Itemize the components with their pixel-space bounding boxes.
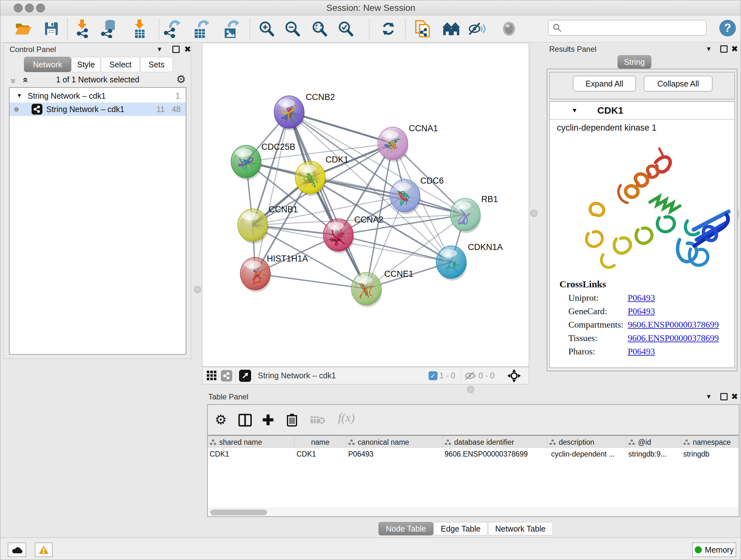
help-button[interactable]: ?	[719, 20, 736, 37]
tab-sets[interactable]: Sets	[140, 57, 173, 72]
table-panel-float-icon[interactable]	[720, 393, 728, 400]
zoom-selected-icon[interactable]	[337, 20, 354, 38]
column-header[interactable]: @id	[626, 436, 681, 449]
open-session-icon[interactable]	[14, 20, 32, 38]
control-panel-close-icon[interactable]: ✖	[184, 45, 191, 53]
table-options-gear-icon[interactable]: ⚙	[215, 413, 227, 427]
node-label-CCNB2: CCNB2	[306, 92, 335, 102]
crosslink-link-compartments[interactable]: 9606.ENSP00000378699	[628, 320, 719, 330]
left-splitter-grip[interactable]	[194, 286, 201, 294]
refresh-icon[interactable]	[380, 20, 397, 38]
memory-button[interactable]: Memory	[692, 543, 736, 557]
detach-view-icon[interactable]	[239, 370, 251, 382]
tab-network[interactable]: Network	[24, 57, 71, 72]
application-window: Session: New Session	[0, 0, 741, 560]
birdseye-navigator-icon[interactable]	[508, 369, 521, 382]
results-panel-close-icon[interactable]: ✖	[731, 45, 738, 53]
zoom-in-icon[interactable]	[258, 20, 275, 38]
column-type-icon	[629, 440, 635, 445]
hidden-counts: 0 - 0	[479, 371, 495, 380]
string-network-graph[interactable]: CCNB2CCNA1CDC25BCDK1CDC6RB1CCNB1CCNA2CDK…	[202, 43, 529, 367]
network-view-toolbar: String Network – cdk1 ✓ 1 - 0 0 - 0	[202, 367, 529, 384]
results-panel-float-icon[interactable]	[720, 45, 728, 53]
network-row-selected[interactable]: String Network – cdk1 11 48	[10, 103, 186, 116]
network-canvas[interactable]: CCNB2CCNA1CDC25BCDK1CDC6RB1CCNB1CCNA2CDK…	[202, 43, 529, 367]
export-network-icon[interactable]	[163, 20, 181, 38]
toolbar-separator	[67, 18, 68, 39]
import-network-icon[interactable]	[73, 20, 91, 38]
delete-columns-icon[interactable]	[286, 413, 298, 427]
table-row[interactable]: CDK1 CDK1 P06493 9606.ENSP00000378699 cy…	[208, 448, 739, 460]
cell-namespace[interactable]: stringdb	[683, 448, 738, 460]
crosslink-link-uniprot[interactable]: P06493	[628, 293, 655, 303]
scrollbar-thumb[interactable]	[210, 509, 267, 515]
cell-canonical-name[interactable]: P06493	[348, 448, 441, 460]
results-panel-menu-icon[interactable]: ▼	[705, 45, 712, 53]
warning-status-button[interactable]	[35, 543, 53, 557]
cell-name[interactable]: CDK1	[296, 448, 344, 460]
show-columns-icon[interactable]	[239, 414, 252, 427]
search-input[interactable]	[548, 20, 707, 36]
gene-section: ▼ CDK1 cyclin-dependent kinase 1	[549, 101, 735, 368]
column-header[interactable]: namespace	[681, 436, 739, 449]
expand-all-button[interactable]: Expand All	[573, 76, 636, 91]
tab-network-table[interactable]: Network Table	[488, 522, 553, 536]
horizontal-splitter-grip[interactable]	[467, 386, 475, 393]
cell-database-identifier[interactable]: 9606.ENSP00000378699	[445, 448, 545, 460]
export-table-icon[interactable]	[192, 20, 210, 38]
crosslink-link-genecard[interactable]: P06493	[628, 306, 655, 316]
tab-string[interactable]: String	[617, 55, 651, 69]
column-header[interactable]: database identifier	[443, 436, 547, 449]
delete-table-icon-disabled	[311, 415, 325, 425]
column-header[interactable]: canonical name	[346, 436, 443, 449]
status-bar: Memory	[0, 537, 741, 560]
network-share-view-icon[interactable]	[221, 370, 232, 381]
clone-network-icon[interactable]	[414, 20, 432, 38]
window-title: Session: New Session	[0, 3, 741, 13]
table-panel-close-icon[interactable]: ✖	[731, 392, 738, 401]
function-builder-icon: f(x)	[338, 411, 355, 425]
gene-header-row[interactable]: ▼ CDK1	[550, 102, 734, 120]
column-header[interactable]: name	[294, 436, 346, 449]
control-panel-float-icon[interactable]	[172, 46, 180, 53]
cloud-status-button[interactable]	[8, 543, 26, 557]
horizontal-scrollbar[interactable]	[208, 508, 739, 516]
control-panel-menu-icon[interactable]: ▼	[156, 46, 163, 53]
hidden-eye-icon[interactable]	[464, 371, 477, 381]
string-network-icon	[31, 104, 43, 115]
import-table-icon[interactable]	[131, 20, 148, 38]
gene-description: cyclin-dependent kinase 1	[557, 123, 657, 133]
cell-shared-name[interactable]: CDK1	[210, 448, 293, 460]
selected-checkbox-icon[interactable]: ✓	[428, 371, 437, 380]
zoom-fit-icon[interactable]	[311, 20, 328, 38]
crosslink-link-pharos[interactable]: P06493	[628, 347, 655, 357]
tab-edge-table[interactable]: Edge Table	[433, 522, 488, 536]
column-header[interactable]: shared name	[208, 436, 294, 449]
hide-panels-icon[interactable]	[468, 20, 486, 38]
collection-expand-icon[interactable]: ▼	[17, 92, 22, 99]
column-header[interactable]: description	[547, 436, 626, 449]
table-panel-menu-icon[interactable]: ▼	[705, 393, 712, 400]
zoom-out-icon[interactable]	[283, 20, 301, 38]
network-options-gear-icon[interactable]: ⚙	[176, 74, 186, 84]
table-panel-title: Table Panel	[208, 392, 248, 401]
tab-style[interactable]: Style	[71, 57, 101, 72]
save-session-icon[interactable]	[43, 20, 60, 38]
right-splitter-grip[interactable]	[530, 209, 538, 217]
search-icon	[552, 23, 562, 33]
cell-description[interactable]: cyclin-dependent ...	[551, 448, 626, 460]
import-database-icon[interactable]	[99, 20, 117, 38]
crosslink-link-tissues[interactable]: 9606.ENSP00000378699	[628, 333, 719, 343]
tab-node-table[interactable]: Node Table	[379, 522, 433, 536]
cell-id[interactable]: stringdb:9...	[628, 448, 679, 460]
table-tabs: Node Table Edge Table Network Table	[379, 522, 553, 536]
toolbar-separator	[461, 369, 461, 382]
gene-collapse-icon[interactable]: ▼	[571, 107, 578, 114]
network-collection-row[interactable]: ▼ String Network – cdk1 1	[10, 89, 186, 103]
show-panel-icon[interactable]	[500, 20, 518, 38]
collapse-all-button[interactable]: Collapse All	[644, 76, 713, 91]
tab-select[interactable]: Select	[101, 57, 140, 72]
home-networks-icon[interactable]	[443, 20, 461, 38]
export-image-icon[interactable]	[222, 20, 240, 38]
grid-view-icon[interactable]	[207, 371, 217, 381]
